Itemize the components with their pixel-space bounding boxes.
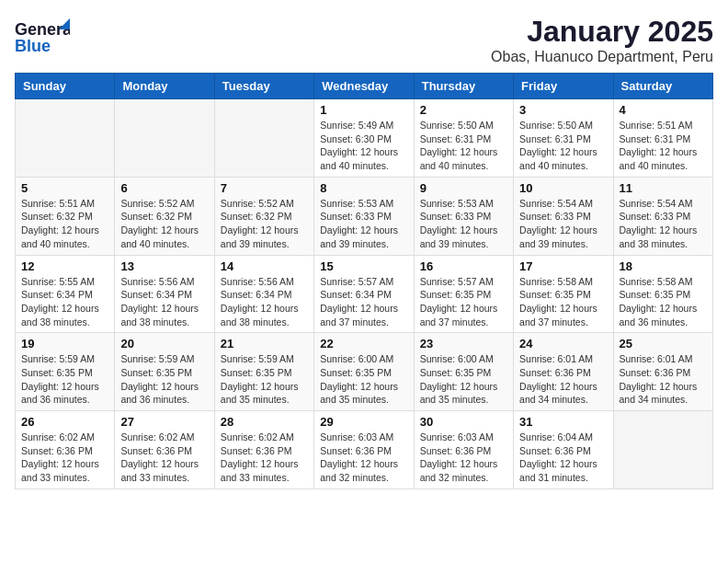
calendar-cell: 10Sunrise: 5:54 AMSunset: 6:33 PMDayligh… [514, 177, 613, 255]
calendar-cell [115, 99, 214, 178]
calendar-cell: 26Sunrise: 6:02 AMSunset: 6:36 PMDayligh… [16, 411, 115, 489]
calendar-cell: 13Sunrise: 5:56 AMSunset: 6:34 PMDayligh… [115, 255, 214, 333]
calendar-cell: 29Sunrise: 6:03 AMSunset: 6:36 PMDayligh… [314, 411, 414, 489]
day-number: 10 [519, 181, 607, 195]
day-info: Sunrise: 6:00 AMSunset: 6:35 PMDaylight:… [320, 352, 407, 407]
calendar-title: January 2025 [491, 15, 713, 49]
calendar-cell: 7Sunrise: 5:52 AMSunset: 6:32 PMDaylight… [214, 177, 313, 255]
day-info: Sunrise: 5:58 AMSunset: 6:35 PMDaylight:… [519, 275, 607, 329]
day-info: Sunrise: 5:59 AMSunset: 6:35 PMDaylight:… [21, 352, 108, 407]
day-info: Sunrise: 6:03 AMSunset: 6:36 PMDaylight:… [420, 431, 507, 485]
calendar-cell: 27Sunrise: 6:02 AMSunset: 6:36 PMDayligh… [115, 411, 214, 489]
day-number: 7 [221, 181, 308, 195]
day-number: 12 [21, 259, 108, 273]
day-number: 27 [120, 415, 208, 429]
day-info: Sunrise: 5:52 AMSunset: 6:32 PMDaylight:… [120, 197, 208, 251]
calendar-cell: 3Sunrise: 5:50 AMSunset: 6:31 PMDaylight… [514, 99, 613, 178]
calendar-cell: 20Sunrise: 5:59 AMSunset: 6:35 PMDayligh… [115, 333, 214, 411]
day-number: 21 [221, 337, 308, 350]
calendar-cell: 25Sunrise: 6:01 AMSunset: 6:36 PMDayligh… [613, 333, 712, 411]
day-number: 18 [620, 259, 707, 273]
day-number: 2 [420, 103, 507, 117]
calendar-cell: 6Sunrise: 5:52 AMSunset: 6:32 PMDaylight… [115, 177, 214, 255]
day-info: Sunrise: 5:51 AMSunset: 6:32 PMDaylight:… [21, 197, 108, 251]
calendar-cell: 12Sunrise: 5:55 AMSunset: 6:34 PMDayligh… [16, 255, 115, 333]
day-info: Sunrise: 5:50 AMSunset: 6:31 PMDaylight:… [420, 119, 507, 173]
column-header-sunday: Sunday [16, 74, 115, 99]
day-info: Sunrise: 6:00 AMSunset: 6:35 PMDaylight:… [420, 352, 507, 407]
calendar-week-4: 19Sunrise: 5:59 AMSunset: 6:35 PMDayligh… [16, 333, 713, 411]
day-number: 25 [620, 337, 707, 350]
calendar-cell: 28Sunrise: 6:02 AMSunset: 6:36 PMDayligh… [214, 411, 313, 489]
calendar-cell [613, 411, 712, 489]
calendar-cell: 18Sunrise: 5:58 AMSunset: 6:35 PMDayligh… [613, 255, 712, 333]
day-info: Sunrise: 6:01 AMSunset: 6:36 PMDaylight:… [620, 352, 707, 407]
calendar-cell: 2Sunrise: 5:50 AMSunset: 6:31 PMDaylight… [414, 99, 513, 178]
day-number: 30 [420, 415, 507, 429]
column-header-wednesday: Wednesday [314, 74, 414, 99]
logo: General Blue [15, 15, 70, 64]
day-number: 11 [620, 181, 707, 195]
calendar-cell: 8Sunrise: 5:53 AMSunset: 6:33 PMDaylight… [314, 177, 414, 255]
day-info: Sunrise: 5:55 AMSunset: 6:34 PMDaylight:… [21, 275, 108, 329]
day-number: 19 [21, 337, 108, 350]
logo-icon: General Blue [15, 15, 70, 61]
day-number: 4 [620, 103, 707, 117]
column-header-thursday: Thursday [414, 74, 513, 99]
calendar-cell: 14Sunrise: 5:56 AMSunset: 6:34 PMDayligh… [214, 255, 313, 333]
day-number: 16 [420, 259, 507, 273]
calendar-cell: 5Sunrise: 5:51 AMSunset: 6:32 PMDaylight… [16, 177, 115, 255]
title-section: January 2025 Obas, Huanuco Department, P… [491, 15, 713, 65]
calendar-cell: 1Sunrise: 5:49 AMSunset: 6:30 PMDaylight… [314, 99, 414, 178]
day-number: 26 [21, 415, 108, 429]
day-info: Sunrise: 5:54 AMSunset: 6:33 PMDaylight:… [519, 197, 607, 251]
calendar-cell: 15Sunrise: 5:57 AMSunset: 6:34 PMDayligh… [314, 255, 414, 333]
column-header-friday: Friday [514, 74, 613, 99]
day-info: Sunrise: 6:02 AMSunset: 6:36 PMDaylight:… [221, 431, 308, 485]
day-number: 17 [519, 259, 607, 273]
day-number: 29 [320, 415, 407, 429]
day-number: 1 [320, 103, 407, 117]
calendar-cell: 23Sunrise: 6:00 AMSunset: 6:35 PMDayligh… [414, 333, 513, 411]
day-number: 31 [519, 415, 607, 429]
column-header-saturday: Saturday [613, 74, 712, 99]
day-info: Sunrise: 6:04 AMSunset: 6:36 PMDaylight:… [519, 431, 607, 485]
calendar-cell: 31Sunrise: 6:04 AMSunset: 6:36 PMDayligh… [514, 411, 613, 489]
page-header: General Blue January 2025 Obas, Huanuco … [15, 15, 713, 65]
calendar-cell: 17Sunrise: 5:58 AMSunset: 6:35 PMDayligh… [514, 255, 613, 333]
calendar-subtitle: Obas, Huanuco Department, Peru [491, 49, 713, 65]
day-number: 9 [420, 181, 507, 195]
calendar-cell: 16Sunrise: 5:57 AMSunset: 6:35 PMDayligh… [414, 255, 513, 333]
day-info: Sunrise: 6:01 AMSunset: 6:36 PMDaylight:… [519, 352, 607, 407]
calendar-cell: 9Sunrise: 5:53 AMSunset: 6:33 PMDaylight… [414, 177, 513, 255]
calendar-week-5: 26Sunrise: 6:02 AMSunset: 6:36 PMDayligh… [16, 411, 713, 489]
day-number: 8 [320, 181, 407, 195]
calendar-cell: 30Sunrise: 6:03 AMSunset: 6:36 PMDayligh… [414, 411, 513, 489]
day-number: 28 [221, 415, 308, 429]
day-number: 23 [420, 337, 507, 350]
day-info: Sunrise: 5:53 AMSunset: 6:33 PMDaylight:… [420, 197, 507, 251]
calendar-week-1: 1Sunrise: 5:49 AMSunset: 6:30 PMDaylight… [16, 99, 713, 178]
day-info: Sunrise: 5:56 AMSunset: 6:34 PMDaylight:… [221, 275, 308, 329]
calendar-cell: 22Sunrise: 6:00 AMSunset: 6:35 PMDayligh… [314, 333, 414, 411]
day-info: Sunrise: 5:54 AMSunset: 6:33 PMDaylight:… [620, 197, 707, 251]
day-info: Sunrise: 6:02 AMSunset: 6:36 PMDaylight:… [120, 431, 208, 485]
day-info: Sunrise: 5:58 AMSunset: 6:35 PMDaylight:… [620, 275, 707, 329]
calendar-cell [16, 99, 115, 178]
day-number: 15 [320, 259, 407, 273]
day-number: 13 [120, 259, 208, 273]
day-number: 6 [120, 181, 208, 195]
day-info: Sunrise: 6:02 AMSunset: 6:36 PMDaylight:… [21, 431, 108, 485]
day-number: 14 [221, 259, 308, 273]
calendar-header-row: SundayMondayTuesdayWednesdayThursdayFrid… [16, 74, 713, 99]
day-number: 5 [21, 181, 108, 195]
day-info: Sunrise: 5:53 AMSunset: 6:33 PMDaylight:… [320, 197, 407, 251]
day-info: Sunrise: 6:03 AMSunset: 6:36 PMDaylight:… [320, 431, 407, 485]
calendar-cell: 24Sunrise: 6:01 AMSunset: 6:36 PMDayligh… [514, 333, 613, 411]
calendar-cell: 19Sunrise: 5:59 AMSunset: 6:35 PMDayligh… [16, 333, 115, 411]
column-header-monday: Monday [115, 74, 214, 99]
calendar-cell: 11Sunrise: 5:54 AMSunset: 6:33 PMDayligh… [613, 177, 712, 255]
day-number: 20 [120, 337, 208, 350]
calendar-table: SundayMondayTuesdayWednesdayThursdayFrid… [15, 73, 713, 489]
day-info: Sunrise: 5:57 AMSunset: 6:34 PMDaylight:… [320, 275, 407, 329]
